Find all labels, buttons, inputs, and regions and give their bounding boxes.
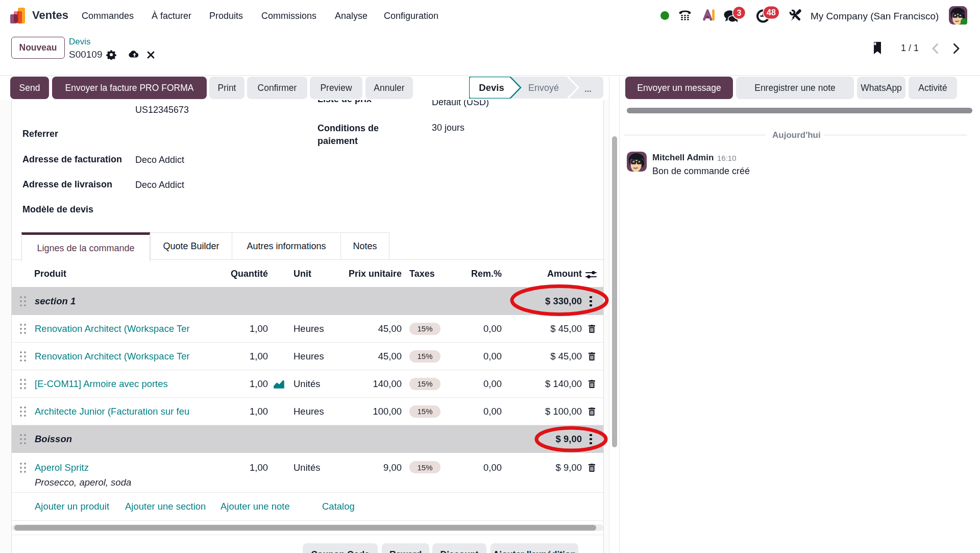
svg-text:48: 48 [767, 8, 776, 17]
svg-text:Devis: Devis [479, 82, 504, 93]
svg-text:...: ... [584, 84, 592, 94]
svg-text:Envoyé: Envoyé [528, 83, 559, 93]
svg-text:3: 3 [737, 9, 742, 17]
